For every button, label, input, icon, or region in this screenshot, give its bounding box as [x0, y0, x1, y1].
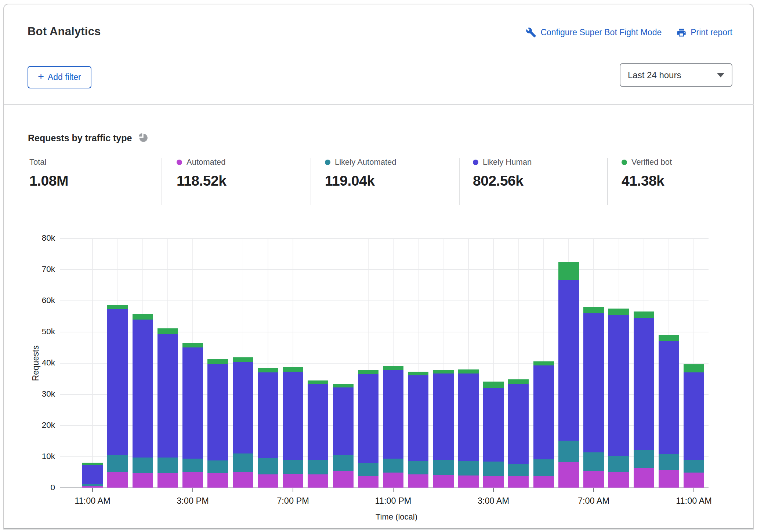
bar-segment-verified-bot[interactable] — [133, 314, 153, 319]
bar-segment-verified-bot[interactable] — [634, 311, 654, 318]
bar-segment-likely-automated[interactable] — [433, 460, 454, 475]
bar-segment-verified-bot[interactable] — [433, 370, 454, 374]
bar-segment-verified-bot[interactable] — [659, 335, 679, 342]
bar-segment-likely-human[interactable] — [157, 334, 178, 458]
bar-segment-automated[interactable] — [684, 473, 704, 488]
bar-segment-likely-automated[interactable] — [583, 452, 604, 471]
bar-segment-likely-human[interactable] — [608, 315, 629, 456]
bar-segment-verified-bot[interactable] — [583, 307, 604, 313]
bar-segment-likely-automated[interactable] — [383, 459, 403, 473]
bar-segment-verified-bot[interactable] — [107, 305, 128, 309]
bar-segment-likely-automated[interactable] — [233, 453, 253, 472]
bar-segment-likely-human[interactable] — [408, 375, 428, 461]
bar-segment-verified-bot[interactable] — [308, 380, 328, 384]
bar-segment-verified-bot[interactable] — [157, 328, 178, 334]
bar-segment-verified-bot[interactable] — [508, 379, 529, 384]
bar-segment-likely-automated[interactable] — [283, 460, 303, 474]
bar-segment-automated[interactable] — [258, 474, 278, 488]
bar-segment-likely-automated[interactable] — [408, 461, 428, 474]
bar-segment-likely-automated[interactable] — [483, 462, 504, 476]
bar-segment-likely-human[interactable] — [133, 320, 153, 458]
bar-segment-likely-human[interactable] — [583, 313, 604, 452]
bar-segment-likely-automated[interactable] — [533, 459, 554, 476]
bar-segment-likely-human[interactable] — [333, 387, 354, 455]
bar-segment-likely-automated[interactable] — [82, 484, 103, 486]
bar-segment-likely-human[interactable] — [258, 372, 278, 459]
bar-segment-likely-human[interactable] — [458, 374, 479, 461]
bar-segment-automated[interactable] — [133, 473, 153, 488]
add-filter-button[interactable]: + Add filter — [28, 66, 91, 88]
bar-segment-automated[interactable] — [358, 476, 378, 488]
bar-segment-automated[interactable] — [458, 475, 479, 488]
bar-segment-verified-bot[interactable] — [408, 372, 428, 375]
bar-segment-likely-automated[interactable] — [659, 454, 679, 470]
bar-segment-automated[interactable] — [308, 474, 328, 488]
bar-segment-likely-automated[interactable] — [608, 456, 629, 471]
bar-segment-automated[interactable] — [634, 468, 654, 488]
bar-segment-likely-automated[interactable] — [133, 458, 153, 473]
bar-segment-automated[interactable] — [383, 473, 403, 488]
bar-segment-verified-bot[interactable] — [333, 384, 354, 387]
bar-segment-likely-automated[interactable] — [558, 441, 579, 462]
bar-segment-likely-automated[interactable] — [107, 455, 128, 472]
bar-segment-likely-automated[interactable] — [182, 459, 203, 472]
bar-segment-likely-human[interactable] — [533, 365, 554, 459]
bar-segment-likely-automated[interactable] — [333, 455, 354, 471]
bar-segment-verified-bot[interactable] — [458, 369, 479, 374]
bar-segment-automated[interactable] — [608, 472, 629, 488]
bar-segment-automated[interactable] — [182, 472, 203, 488]
bar-segment-automated[interactable] — [157, 473, 178, 488]
bar-segment-verified-bot[interactable] — [233, 357, 253, 362]
bar-segment-automated[interactable] — [533, 476, 554, 488]
bar-segment-verified-bot[interactable] — [358, 370, 378, 374]
bar-segment-likely-human[interactable] — [383, 370, 403, 459]
bar-segment-verified-bot[interactable] — [182, 343, 203, 347]
bar-segment-likely-human[interactable] — [558, 280, 579, 441]
bar-segment-automated[interactable] — [82, 486, 103, 488]
bar-segment-automated[interactable] — [283, 474, 303, 488]
bar-segment-likely-human[interactable] — [107, 309, 128, 455]
bar-segment-likely-automated[interactable] — [508, 464, 529, 475]
bar-segment-likely-automated[interactable] — [207, 460, 228, 473]
bar-segment-likely-human[interactable] — [433, 374, 454, 460]
bar-segment-likely-human[interactable] — [82, 465, 103, 484]
bar-segment-automated[interactable] — [558, 462, 579, 488]
bar-segment-verified-bot[interactable] — [82, 463, 103, 465]
bar-segment-verified-bot[interactable] — [608, 309, 629, 315]
bar-segment-verified-bot[interactable] — [684, 364, 704, 372]
bar-segment-verified-bot[interactable] — [558, 262, 579, 280]
bar-segment-automated[interactable] — [659, 470, 679, 488]
bar-segment-automated[interactable] — [207, 473, 228, 488]
bar-segment-likely-human[interactable] — [308, 384, 328, 460]
bar-segment-automated[interactable] — [433, 475, 454, 488]
configure-super-bot-fight-mode-link[interactable]: Configure Super Bot Fight Mode — [526, 27, 662, 38]
bar-segment-automated[interactable] — [233, 472, 253, 488]
bar-segment-likely-human[interactable] — [358, 374, 378, 463]
time-range-select[interactable]: Last 24 hours — [620, 63, 732, 87]
bar-segment-verified-bot[interactable] — [383, 366, 403, 370]
bar-segment-likely-human[interactable] — [634, 318, 654, 450]
bar-segment-automated[interactable] — [483, 476, 504, 488]
bar-segment-likely-human[interactable] — [659, 341, 679, 454]
bar-segment-likely-human[interactable] — [483, 388, 504, 462]
bar-segment-likely-human[interactable] — [684, 372, 704, 460]
bar-segment-likely-automated[interactable] — [308, 460, 328, 474]
bar-segment-automated[interactable] — [508, 476, 529, 488]
bar-segment-verified-bot[interactable] — [283, 367, 303, 372]
bar-segment-verified-bot[interactable] — [258, 368, 278, 372]
bar-segment-automated[interactable] — [107, 472, 128, 488]
bar-segment-likely-human[interactable] — [283, 372, 303, 460]
bar-segment-likely-human[interactable] — [508, 384, 529, 464]
bar-segment-likely-automated[interactable] — [258, 458, 278, 474]
bar-segment-verified-bot[interactable] — [483, 382, 504, 388]
bar-segment-automated[interactable] — [333, 471, 354, 488]
bar-segment-likely-human[interactable] — [207, 364, 228, 461]
bar-segment-likely-automated[interactable] — [634, 450, 654, 468]
bar-segment-verified-bot[interactable] — [533, 361, 554, 365]
bar-segment-likely-automated[interactable] — [157, 458, 178, 473]
bar-segment-automated[interactable] — [408, 474, 428, 488]
bar-segment-likely-automated[interactable] — [358, 463, 378, 477]
bar-segment-likely-human[interactable] — [233, 362, 253, 453]
bar-segment-likely-human[interactable] — [182, 347, 203, 459]
print-report-link[interactable]: Print report — [676, 28, 732, 38]
